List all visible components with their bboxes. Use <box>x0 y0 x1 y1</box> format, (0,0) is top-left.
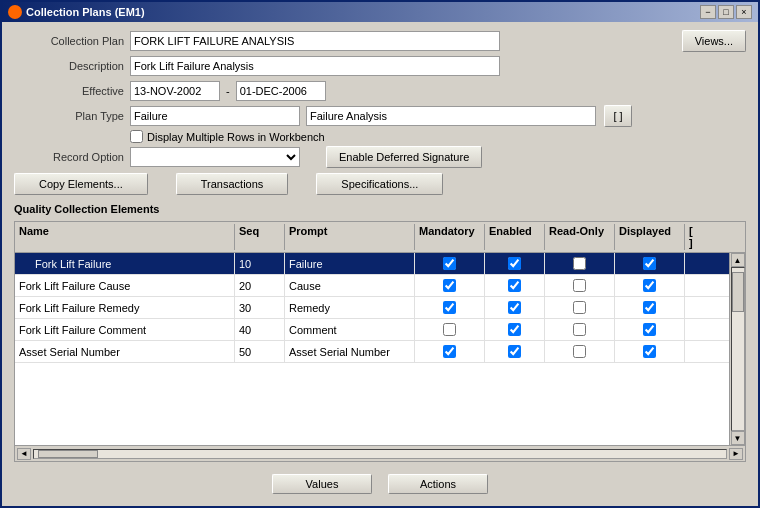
displayed-check-2[interactable] <box>643 279 656 292</box>
actions-button[interactable]: Actions <box>388 474 488 494</box>
scroll-down-button[interactable]: ▼ <box>731 431 745 445</box>
col-readonly: Read-Only <box>545 224 615 250</box>
display-rows-label: Display Multiple Rows in Workbench <box>147 131 325 143</box>
maximize-button[interactable]: □ <box>718 5 734 19</box>
title-buttons: − □ × <box>700 5 752 19</box>
readonly-check-5[interactable] <box>573 345 586 358</box>
description-input[interactable] <box>130 56 500 76</box>
cell-seq-5: 50 <box>235 341 285 362</box>
enabled-check-2[interactable] <box>508 279 521 292</box>
cell-seq-3: 30 <box>235 297 285 318</box>
cell-name-1: Fork Lift Failure <box>15 253 235 274</box>
mandatory-check-2[interactable] <box>443 279 456 292</box>
table-row[interactable]: Fork Lift Failure Comment 40 Comment <box>15 319 729 341</box>
effective-from-input[interactable] <box>130 81 220 101</box>
collection-plan-input[interactable] <box>130 31 500 51</box>
main-window: Collection Plans (EM1) − □ × Collection … <box>0 0 760 508</box>
cell-prompt-4: Comment <box>285 319 415 340</box>
scroll-left-button[interactable]: ◄ <box>17 448 31 460</box>
action-buttons-row: Copy Elements... Transactions Specificat… <box>14 173 746 195</box>
display-rows-row: Display Multiple Rows in Workbench <box>14 130 746 143</box>
record-option-row: Record Option Enable Deferred Signature <box>14 146 746 168</box>
table-body: Fork Lift Failure 10 Failure Fork Lif <box>15 253 729 445</box>
cell-enabled-1 <box>485 253 545 274</box>
table-row[interactable]: Fork Lift Failure Remedy 30 Remedy <box>15 297 729 319</box>
specifications-button[interactable]: Specifications... <box>316 173 443 195</box>
title-bar: Collection Plans (EM1) − □ × <box>2 2 758 22</box>
readonly-check-4[interactable] <box>573 323 586 336</box>
cell-displayed-1 <box>615 253 685 274</box>
mandatory-check-5[interactable] <box>443 345 456 358</box>
plan-type-analysis-input[interactable] <box>306 106 596 126</box>
views-button[interactable]: Views... <box>682 30 746 52</box>
cell-prompt-5: Asset Serial Number <box>285 341 415 362</box>
collection-plan-row: Collection Plan Views... <box>14 30 746 52</box>
readonly-check-1[interactable] <box>573 257 586 270</box>
plan-type-input[interactable] <box>130 106 300 126</box>
record-option-dropdown[interactable] <box>130 147 300 167</box>
scroll-v-thumb[interactable] <box>732 272 744 312</box>
cell-prompt-1: Failure <box>285 253 415 274</box>
col-name: Name <box>15 224 235 250</box>
cell-name-4: Fork Lift Failure Comment <box>15 319 235 340</box>
mandatory-check-3[interactable] <box>443 301 456 314</box>
readonly-check-3[interactable] <box>573 301 586 314</box>
enabled-check-1[interactable] <box>508 257 521 270</box>
copy-elements-button[interactable]: Copy Elements... <box>14 173 148 195</box>
col-displayed: Displayed <box>615 224 685 250</box>
close-button[interactable]: × <box>736 5 752 19</box>
cell-name-2: Fork Lift Failure Cause <box>15 275 235 296</box>
displayed-check-1[interactable] <box>643 257 656 270</box>
mandatory-check-1[interactable] <box>443 257 456 270</box>
cell-name-3: Fork Lift Failure Remedy <box>15 297 235 318</box>
table-row[interactable]: Asset Serial Number 50 Asset Serial Numb… <box>15 341 729 363</box>
minimize-button[interactable]: − <box>700 5 716 19</box>
displayed-check-5[interactable] <box>643 345 656 358</box>
displayed-check-3[interactable] <box>643 301 656 314</box>
table-row[interactable]: Fork Lift Failure 10 Failure <box>15 253 729 275</box>
enabled-check-3[interactable] <box>508 301 521 314</box>
enabled-check-4[interactable] <box>508 323 521 336</box>
transactions-button[interactable]: Transactions <box>176 173 289 195</box>
collection-plan-label: Collection Plan <box>14 35 124 47</box>
displayed-check-4[interactable] <box>643 323 656 336</box>
table-section-title: Quality Collection Elements <box>14 203 746 215</box>
cell-mandatory-1 <box>415 253 485 274</box>
mandatory-check-4[interactable] <box>443 323 456 336</box>
col-enabled: Enabled <box>485 224 545 250</box>
enable-deferred-button[interactable]: Enable Deferred Signature <box>326 146 482 168</box>
scroll-h-track <box>33 449 727 459</box>
title-bar-left: Collection Plans (EM1) <box>8 5 145 19</box>
cell-displayed-3 <box>615 297 685 318</box>
plan-type-row: Plan Type [ ] <box>14 105 746 127</box>
cell-action-1 <box>685 253 703 274</box>
cell-seq-1: 10 <box>235 253 285 274</box>
table-container: Name Seq Prompt Mandatory Enabled Read-O… <box>14 221 746 462</box>
col-action: [ ] <box>685 224 703 250</box>
table-row[interactable]: Fork Lift Failure Cause 20 Cause <box>15 275 729 297</box>
cell-seq-2: 20 <box>235 275 285 296</box>
readonly-check-2[interactable] <box>573 279 586 292</box>
cell-displayed-2 <box>615 275 685 296</box>
col-mandatory: Mandatory <box>415 224 485 250</box>
plan-type-browse-button[interactable]: [ ] <box>604 105 632 127</box>
display-rows-checkbox[interactable] <box>130 130 143 143</box>
cell-readonly-2 <box>545 275 615 296</box>
values-button[interactable]: Values <box>272 474 372 494</box>
cell-action-2 <box>685 275 703 296</box>
main-content: Collection Plan Views... Description Eff… <box>2 22 758 506</box>
effective-to-input[interactable] <box>236 81 326 101</box>
bottom-buttons: Values Actions <box>14 466 746 498</box>
effective-dash: - <box>226 85 230 97</box>
enabled-check-5[interactable] <box>508 345 521 358</box>
cell-readonly-4 <box>545 319 615 340</box>
cell-displayed-5 <box>615 341 685 362</box>
cell-readonly-5 <box>545 341 615 362</box>
col-prompt: Prompt <box>285 224 415 250</box>
table-body-container: Fork Lift Failure 10 Failure Fork Lif <box>15 253 745 445</box>
scroll-up-button[interactable]: ▲ <box>731 253 745 267</box>
scroll-v-track <box>731 267 745 431</box>
scroll-right-button[interactable]: ► <box>729 448 743 460</box>
window-icon <box>8 5 22 19</box>
scroll-h-thumb[interactable] <box>38 450 98 458</box>
